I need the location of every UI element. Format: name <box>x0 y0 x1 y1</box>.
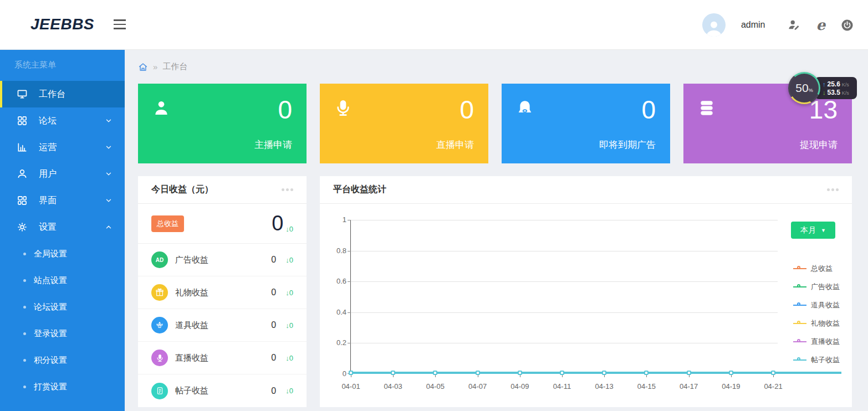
bell-icon <box>516 99 534 117</box>
legend-item-live[interactable]: 直播收益 <box>793 332 840 351</box>
today-income-panel: 今日收益（元） 总收益 0 ↓0 AD 广告收益 0 ↓0 礼物 <box>138 176 307 407</box>
stat-card-value: 0 <box>641 97 656 122</box>
x-axis-label: 04-19 <box>722 382 740 391</box>
data-point-marker[interactable] <box>644 371 649 375</box>
layout-icon <box>17 195 28 206</box>
income-row-live[interactable]: 直播收益 0 ↓0 <box>138 342 307 374</box>
chart-title: 平台收益统计 <box>333 184 386 196</box>
income-row-label: 广告收益 <box>175 255 264 265</box>
income-row-label: 道具收益 <box>175 320 264 331</box>
data-point-marker[interactable] <box>729 371 733 375</box>
breadcrumb-separator: » <box>153 62 157 71</box>
bullet-icon <box>23 332 26 335</box>
income-row-value: 0 <box>271 320 276 330</box>
income-row-delta: ↓0 <box>285 354 293 362</box>
sidebar-subitem-login-settings[interactable]: 登录设置 <box>0 320 125 347</box>
stat-card-expiring-ads[interactable]: 0 即将到期广告 <box>502 84 670 163</box>
chart-area: 1 0.8 0.6 0.4 0.2 0 <box>320 204 852 407</box>
bullet-icon <box>23 279 26 282</box>
user-avatar[interactable] <box>702 13 726 37</box>
memory-gauge[interactable]: 50 % <box>788 72 820 104</box>
legend-item-post[interactable]: 帖子收益 <box>793 351 840 369</box>
sidebar-item-forum[interactable]: 论坛 <box>0 107 125 134</box>
breadcrumb-current[interactable]: 工作台 <box>162 61 187 72</box>
sidebar-item-label: 运营 <box>39 142 57 153</box>
y-axis-label: 0 <box>323 369 346 378</box>
logout-power-icon[interactable] <box>841 19 854 32</box>
database-icon <box>698 99 716 117</box>
x-axis-label: 04-21 <box>764 382 782 391</box>
network-speed-widget[interactable]: ↑25.6K/s ↓53.5K/s 50 % <box>788 72 860 105</box>
data-point-marker[interactable] <box>602 371 606 375</box>
sidebar-subitem-label: 积分设置 <box>34 355 67 366</box>
legend-item-gift[interactable]: 礼物收益 <box>793 314 840 332</box>
microphone-icon <box>151 350 168 366</box>
download-arrow-icon: ↓ <box>823 90 826 96</box>
stat-card-live-applications[interactable]: 0 直播申请 <box>320 84 488 163</box>
bullet-icon <box>23 386 26 388</box>
income-row-post[interactable]: 帖子收益 0 ↓0 <box>138 374 307 407</box>
stat-card-value: 0 <box>278 97 292 122</box>
income-row-gift[interactable]: 礼物收益 0 ↓0 <box>138 276 307 309</box>
sidebar-subitem-site-settings[interactable]: 站点设置 <box>0 267 125 294</box>
document-icon <box>151 383 168 399</box>
sidebar-section-title: 系统主菜单 <box>0 50 125 81</box>
data-point-marker[interactable] <box>687 371 691 375</box>
edit-profile-icon[interactable] <box>788 19 800 31</box>
total-income-badge: 总收益 <box>151 215 184 232</box>
income-row-label: 直播收益 <box>175 353 264 363</box>
income-row-prop[interactable]: 道具收益 0 ↓0 <box>138 309 307 342</box>
more-menu-icon[interactable] <box>827 188 839 191</box>
bullet-icon <box>23 306 26 309</box>
chevron-down-icon <box>105 170 113 178</box>
x-axis-label: 04-07 <box>468 382 487 391</box>
income-row-delta: ↓0 <box>285 289 293 297</box>
sidebar-subitem-points-settings[interactable]: 积分设置 <box>0 347 125 373</box>
sidebar-item-users[interactable]: 用户 <box>0 161 125 187</box>
sidebar-subitem-reward-settings[interactable]: 打赏设置 <box>0 373 125 400</box>
total-income-row: 总收益 0 ↓0 <box>138 204 307 244</box>
bullet-icon <box>23 253 26 255</box>
income-row-delta: ↓0 <box>285 321 293 330</box>
data-point-marker[interactable] <box>771 371 775 375</box>
home-icon[interactable] <box>138 62 148 72</box>
total-income-value: 0 <box>272 214 283 233</box>
data-point-marker[interactable] <box>518 371 522 375</box>
grid-icon <box>17 115 28 126</box>
income-row-value: 0 <box>271 287 276 297</box>
flower-icon <box>151 317 168 333</box>
income-row-ad[interactable]: AD 广告收益 0 ↓0 <box>138 244 307 276</box>
sidebar-toggle-button[interactable] <box>114 19 126 29</box>
data-point-marker[interactable] <box>433 371 437 375</box>
legend-item-total[interactable]: 总收益 <box>793 259 840 278</box>
network-speed-pill: ↑25.6K/s ↓53.5K/s <box>815 77 857 99</box>
browser-icon[interactable]: e <box>816 18 825 32</box>
stat-card-label: 即将到期广告 <box>516 138 656 151</box>
data-point-marker[interactable] <box>349 371 353 375</box>
month-filter-button[interactable]: 本月 ▼ <box>791 222 835 239</box>
stat-card-anchor-applications[interactable]: 0 主播申请 <box>138 84 307 163</box>
sidebar-item-operations[interactable]: 运营 <box>0 134 125 161</box>
income-row-value: 0 <box>271 255 276 265</box>
chevron-down-icon <box>105 143 113 151</box>
stat-card-label: 主播申请 <box>152 138 292 151</box>
x-axis-label: 04-15 <box>637 382 656 391</box>
more-menu-icon[interactable] <box>282 188 293 191</box>
sidebar-subitem-label: 站点设置 <box>34 275 67 286</box>
data-point-marker[interactable] <box>560 371 564 375</box>
stat-card-label: 直播申请 <box>334 138 474 151</box>
y-axis-label: 0.2 <box>323 338 346 347</box>
sidebar-subitem-global-settings[interactable]: 全局设置 <box>0 240 125 267</box>
sidebar-item-settings[interactable]: 设置 <box>0 214 125 240</box>
data-point-marker[interactable] <box>476 371 480 375</box>
data-point-marker[interactable] <box>391 371 395 375</box>
sidebar-subitem-forum-settings[interactable]: 论坛设置 <box>0 294 125 320</box>
sidebar-item-workbench[interactable]: 工作台 <box>0 81 125 107</box>
chart-plot: 1 0.8 0.6 0.4 0.2 0 <box>350 220 841 374</box>
ad-icon: AD <box>151 251 168 268</box>
legend-item-ad[interactable]: 广告收益 <box>793 278 840 296</box>
legend-item-prop[interactable]: 道具收益 <box>793 296 840 314</box>
x-axis-label: 04-03 <box>384 382 402 391</box>
sidebar-item-interface[interactable]: 界面 <box>0 187 125 214</box>
username-label: admin <box>741 20 765 30</box>
